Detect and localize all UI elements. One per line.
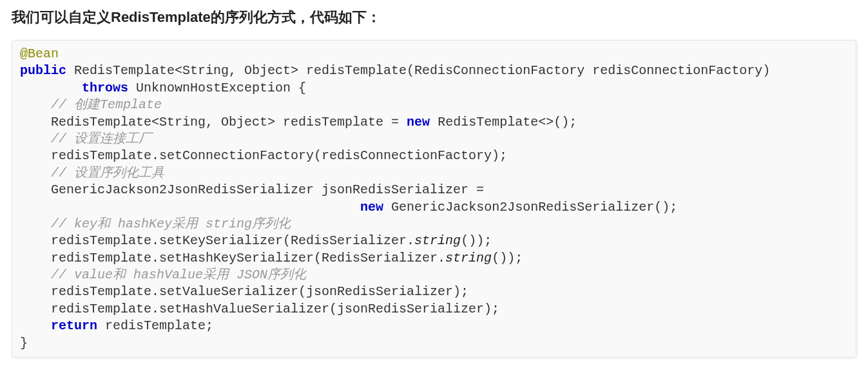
comment-connection-factory: // 设置连接工厂 xyxy=(20,131,151,146)
comment-key-serializer: // key和 hashKey采用 string序列化 xyxy=(20,216,291,231)
code-text: redisTemplate.setHashValueSerializer(jso… xyxy=(20,302,499,316)
code-text: RedisTemplate<>(); xyxy=(430,115,577,130)
code-block: @Bean public RedisTemplate<String, Objec… xyxy=(12,40,856,358)
comment-value-serializer: // value和 hashValue采用 JSON序列化 xyxy=(20,267,306,282)
code-text: redisTemplate.setConnectionFactory(redis… xyxy=(20,148,507,163)
comment-create-template: // 创建Template xyxy=(20,97,162,112)
code-text: GenericJackson2JsonRedisSerializer(); xyxy=(383,200,677,215)
comment-serializer: // 设置序列化工具 xyxy=(20,166,164,180)
intro-text: 我们可以自定义RedisTemplate的序列化方式，代码如下： xyxy=(12,8,856,27)
code-text: RedisTemplate<String, Object> redisTempl… xyxy=(66,63,770,78)
method-string: string xyxy=(445,251,492,265)
code-text: redisTemplate.setHashKeySerializer(Redis… xyxy=(20,251,445,265)
keyword-public: public xyxy=(20,63,66,78)
code-text: redisTemplate; xyxy=(97,318,213,333)
code-closing-brace: } xyxy=(20,336,28,351)
code-indent xyxy=(20,81,82,95)
code-text: ()); xyxy=(492,251,523,265)
code-indent xyxy=(20,318,51,333)
code-text: RedisTemplate<String, Object> redisTempl… xyxy=(20,115,407,130)
code-text: UnknownHostException { xyxy=(128,81,306,95)
keyword-return: return xyxy=(51,318,97,333)
code-text: GenericJackson2JsonRedisSerializer jsonR… xyxy=(20,182,492,197)
keyword-new: new xyxy=(407,115,430,130)
code-text: redisTemplate.setKeySerializer(RedisSeri… xyxy=(20,233,414,248)
code-indent xyxy=(20,200,360,215)
code-text: ()); xyxy=(461,233,492,248)
code-text: redisTemplate.setValueSerializer(jsonRed… xyxy=(20,284,468,299)
keyword-new: new xyxy=(360,200,383,215)
keyword-throws: throws xyxy=(82,81,128,95)
method-string: string xyxy=(414,233,461,248)
annotation-bean: @Bean xyxy=(20,46,59,61)
